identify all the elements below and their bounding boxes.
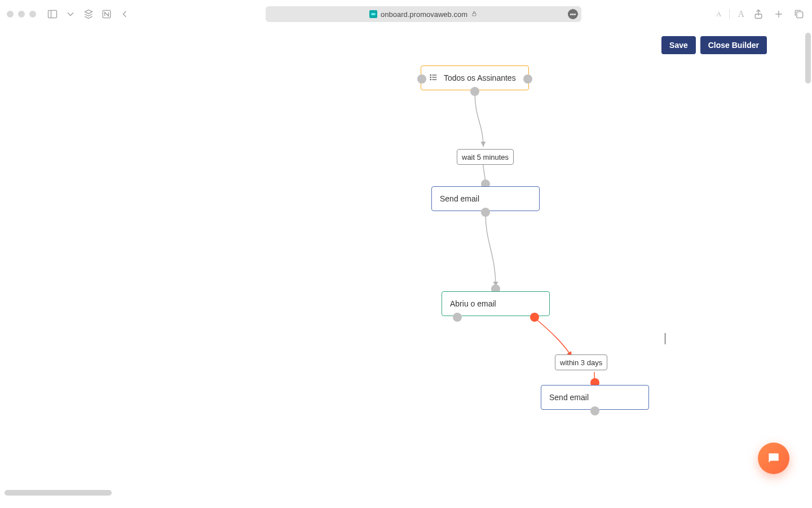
svg-rect-0 [48,10,57,17]
svg-point-11 [430,75,431,75]
flow-canvas[interactable]: Todos os Assinantes wait 5 minutes Send … [0,28,812,497]
automation-builder: Save Close Builder [0,28,812,497]
vertical-scrollbar[interactable] [805,30,811,493]
share-icon[interactable] [752,8,765,20]
delay-node-1[interactable]: wait 5 minutes [457,149,514,165]
endpoint[interactable] [417,75,426,84]
reader-large-icon[interactable]: A [738,9,744,19]
endpoint[interactable] [470,87,479,96]
horizontal-scroll-thumb[interactable] [5,490,112,496]
minimize-window-dot[interactable] [18,11,25,17]
back-icon[interactable] [118,8,131,20]
close-window-dot[interactable] [7,11,14,17]
endpoint[interactable] [481,208,490,217]
horizontal-scrollbar[interactable] [2,490,679,496]
send-email-node-2-label: Send email [549,393,589,402]
vertical-scroll-thumb[interactable] [805,33,811,84]
svg-rect-7 [797,12,803,18]
address-bar[interactable]: onboard.promovaweb.com ••• [266,6,581,22]
tabs-overview-icon[interactable] [793,8,805,20]
sidebar-toggle-icon[interactable] [46,8,59,20]
maximize-window-dot[interactable] [29,11,36,17]
divider [729,9,730,19]
chrome-left-icons [46,8,131,20]
chrome-right-icons: A A [716,8,805,20]
reader-small-icon[interactable]: A [716,10,721,19]
chevron-down-icon[interactable] [64,8,77,20]
window-controls [7,11,36,17]
start-node-label: Todos os Assinantes [444,73,516,82]
endpoint[interactable] [590,406,599,415]
notion-icon[interactable] [100,8,113,20]
delay-node-1-label: wait 5 minutes [462,153,509,161]
send-email-node-1-label: Send email [440,194,479,203]
svg-rect-3 [473,13,476,16]
url-text: onboard.promovaweb.com [381,10,467,19]
site-menu-icon[interactable]: ••• [568,9,578,19]
browser-chrome: onboard.promovaweb.com ••• A A [0,0,812,28]
svg-point-12 [430,77,431,77]
chat-icon [766,451,781,466]
delay-node-2[interactable]: within 3 days [555,354,607,370]
endpoint[interactable] [523,75,532,84]
delay-node-2-label: within 3 days [560,358,602,367]
condition-node-label: Abriu o email [450,299,496,308]
new-tab-icon[interactable] [773,8,785,20]
chat-fab[interactable] [758,443,789,474]
lock-icon [471,10,478,19]
list-icon [429,73,444,84]
endpoint-true[interactable] [453,313,462,322]
endpoint-false[interactable] [530,313,539,322]
stack-icon[interactable] [82,8,95,20]
site-favicon [369,10,377,18]
svg-point-13 [430,79,431,80]
text-caret [665,333,665,344]
flow-connectors [0,28,812,497]
